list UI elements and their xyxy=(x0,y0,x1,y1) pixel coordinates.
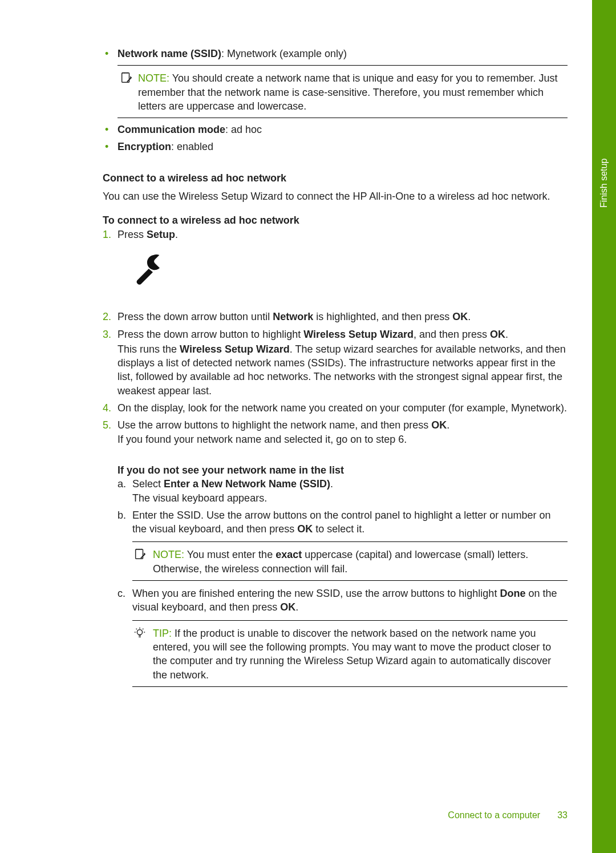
suba-1a: Select xyxy=(132,478,164,490)
bullet-encryption: Encryption: enabled xyxy=(103,140,568,153)
step2-network: Network xyxy=(273,311,313,322)
substeps-heading: If you do not see your network name in t… xyxy=(117,463,568,477)
substeps-heading-text: If you do not see your network name in t… xyxy=(117,464,344,476)
footer-page-number: 33 xyxy=(557,810,568,820)
substep-c: When you are finished entering the new S… xyxy=(117,587,568,687)
note2-exact: exact xyxy=(275,549,302,560)
bullet-comm-mode-label: Communication mode xyxy=(117,124,225,135)
tip-icon xyxy=(133,626,146,642)
subc-ok: OK xyxy=(280,601,295,613)
section-heading-text: Connect to a wireless ad hoc network xyxy=(103,172,286,184)
bullet-ssid-value: : Mynetwork (example only) xyxy=(221,48,347,59)
alpha-substeps: Select Enter a New Network Name (SSID). … xyxy=(117,477,568,687)
side-tab-label: Finish setup xyxy=(598,159,610,208)
subc-a: When you are finished entering the new S… xyxy=(132,588,500,599)
suba-1b: Enter a New Network Name (SSID) xyxy=(164,478,330,490)
step3-ok: OK xyxy=(490,329,505,340)
bullet-encryption-label: Encryption xyxy=(117,141,171,152)
step-4: On the display, look for the network nam… xyxy=(103,401,568,415)
step-3: Press the down arrow button to highlight… xyxy=(103,328,568,398)
section-heading: Connect to a wireless ad hoc network xyxy=(103,171,568,185)
substep-a: Select Enter a New Network Name (SSID). … xyxy=(117,477,568,505)
step-5: Use the arrow buttons to highlight the n… xyxy=(103,418,568,686)
step2-a: Press the down arrow button until xyxy=(117,311,273,322)
procedure-heading: To connect to a wireless ad hoc network xyxy=(103,213,568,227)
note-icon-2 xyxy=(133,548,146,564)
step2-c: is highlighted, and then press xyxy=(313,311,452,322)
subc-done: Done xyxy=(500,588,525,599)
procedure-heading-text: To connect to a wireless ad hoc network xyxy=(103,215,299,226)
step5-ok: OK xyxy=(431,419,447,431)
step3-e: . xyxy=(505,329,508,340)
suba-1c: . xyxy=(330,478,333,490)
substep-b: Enter the SSID. Use the arrow buttons on… xyxy=(117,508,568,581)
note2-a: You must enter the xyxy=(187,549,275,560)
step1-text-a: Press xyxy=(117,229,147,240)
step3-p2a: This runs the xyxy=(117,343,180,355)
step1-text-c: . xyxy=(175,229,178,240)
section-paragraph: You can use the Wireless Setup Wizard to… xyxy=(103,189,568,203)
bullet-ssid: Network name (SSID): Mynetwork (example … xyxy=(103,47,568,118)
svg-point-2 xyxy=(137,629,142,634)
bullet-comm-mode-value: : ad hoc xyxy=(225,124,262,135)
suba-2: The visual keyboard appears. xyxy=(132,491,568,505)
step1-setup: Setup xyxy=(147,229,175,240)
numbered-steps: Press Setup. Press the down arrow button… xyxy=(103,228,568,687)
tip-label: TIP: xyxy=(153,628,172,639)
setup-icon-wrap xyxy=(132,252,568,289)
bullet-list-top-2: Communication mode: ad hoc Encryption: e… xyxy=(103,123,568,154)
tip-callout: TIP: If the product is unable to discove… xyxy=(132,620,568,687)
note2-label: NOTE: xyxy=(153,549,184,560)
note-label: NOTE: xyxy=(138,72,169,84)
note-callout-2: NOTE: You must enter the exact uppercase… xyxy=(132,541,568,581)
step3-p2b: Wireless Setup Wizard xyxy=(180,343,290,355)
step-2: Press the down arrow button until Networ… xyxy=(103,310,568,324)
bullet-comm-mode: Communication mode: ad hoc xyxy=(103,123,568,136)
subb-ok: OK xyxy=(297,523,313,535)
side-tab: Finish setup xyxy=(592,0,616,853)
step-1: Press Setup. xyxy=(103,228,568,290)
bullet-ssid-label: Network name (SSID) xyxy=(117,48,221,59)
subc-e: . xyxy=(295,601,298,613)
note-text-1: You should create a network name that is… xyxy=(138,72,557,112)
bullet-list-top: Network name (SSID): Mynetwork (example … xyxy=(103,47,568,118)
page: Finish setup Network name (SSID): Mynetw… xyxy=(0,0,616,853)
footer-text: Connect to a computer xyxy=(448,810,540,820)
tip-text: If the product is unable to discover the… xyxy=(153,628,551,681)
step3-wsw: Wireless Setup Wizard xyxy=(303,329,414,340)
wrench-icon xyxy=(132,252,167,286)
step5-p2: If you found your network name and selec… xyxy=(117,432,568,446)
step3-c: , and then press xyxy=(414,329,490,340)
note-callout-1: NOTE: You should create a network name t… xyxy=(117,65,568,118)
step2-ok: OK xyxy=(452,311,468,322)
step2-e: . xyxy=(468,311,471,322)
step5-a: Use the arrow buttons to highlight the n… xyxy=(117,419,431,431)
page-footer: Connect to a computer33 xyxy=(0,809,616,822)
note-icon xyxy=(120,71,132,87)
step5-c: . xyxy=(447,419,449,431)
subb-c: to select it. xyxy=(313,523,364,535)
step3-a: Press the down arrow button to highlight xyxy=(117,329,303,340)
bullet-encryption-value: : enabled xyxy=(171,141,213,152)
